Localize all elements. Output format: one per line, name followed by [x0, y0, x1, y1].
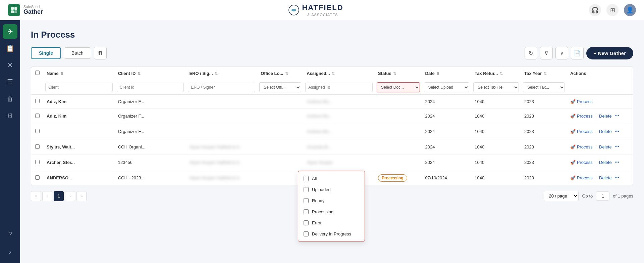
row-office [257, 155, 303, 170]
row-date: 07/10/2024 [422, 170, 472, 186]
dropdown-button[interactable]: ∨ [555, 47, 568, 59]
row-assigned: Andrew Mo... [303, 95, 375, 108]
new-gather-label: + New Gather [594, 50, 626, 56]
sidebar-item-times[interactable]: ✕ [3, 58, 17, 73]
apps-icon-button[interactable]: ⊞ [606, 4, 619, 16]
delete-button[interactable]: 🗑 [94, 47, 107, 59]
row-date: 2024 [422, 155, 472, 170]
filter-tax-year[interactable]: Select Tax... [523, 82, 565, 92]
col-actions: Actions [567, 67, 633, 80]
page-right: 20 / page 50 / page 100 / page Go to of … [544, 191, 633, 201]
more-button[interactable]: ··· [614, 159, 620, 166]
status-option-all[interactable]: All [298, 173, 365, 184]
process-link[interactable]: 🚀 Process [570, 160, 593, 165]
filter-office[interactable]: Select Offi... [259, 82, 301, 92]
status-checkbox-ready[interactable] [304, 198, 309, 203]
page-1-button[interactable]: 1 [54, 191, 64, 201]
document-button[interactable]: 📄 [571, 47, 584, 59]
row-checkbox[interactable] [35, 99, 40, 103]
process-link[interactable]: 🚀 Process [570, 114, 593, 119]
status-option-processing[interactable]: Processing [298, 206, 365, 217]
status-option-ready[interactable]: Ready [298, 195, 365, 206]
row-checkbox[interactable] [35, 129, 40, 133]
status-checkbox-processing[interactable] [304, 209, 309, 214]
more-button[interactable]: ··· [614, 128, 620, 135]
row-checkbox[interactable] [35, 175, 40, 180]
more-button[interactable]: ··· [614, 174, 620, 181]
page-last-button[interactable]: » [76, 191, 87, 201]
user-avatar-button[interactable]: 👤 [624, 4, 636, 16]
row-date: 2024 [422, 108, 472, 124]
filter-date[interactable]: Select Upload [424, 82, 470, 92]
filter-tax-return[interactable]: Select Tax Re [473, 82, 519, 92]
filter-client-id[interactable] [117, 83, 184, 92]
status-checkbox-uploaded[interactable] [304, 187, 309, 192]
status-checkbox-error[interactable] [304, 220, 309, 225]
process-link[interactable]: 🚀 Process [570, 99, 593, 104]
delete-link[interactable]: Delete [599, 160, 612, 165]
status-label-all: All [312, 176, 317, 181]
sidebar-item-list[interactable]: ☰ [3, 75, 17, 89]
row-status [375, 124, 422, 139]
delete-link[interactable]: Delete [599, 114, 612, 119]
refresh-button[interactable]: ↻ [525, 47, 537, 59]
row-checkbox[interactable] [35, 144, 40, 149]
row-actions: 🚀 Process | Delete ··· [570, 128, 630, 135]
row-ero: Alyse Hooper Hatfield & A. [186, 155, 257, 170]
page-prev-button[interactable]: ‹ [42, 191, 52, 201]
row-status [375, 95, 422, 108]
sidebar-item-help[interactable]: ? [3, 227, 17, 242]
more-button[interactable]: ··· [614, 113, 620, 120]
row-client-id: Organizer F... [115, 124, 186, 139]
filter-button[interactable]: ⊽ [540, 47, 553, 59]
headset-icon-button[interactable]: 🎧 [589, 4, 601, 16]
row-name: Adiz, Kim [43, 108, 115, 124]
sidebar-item-settings[interactable]: ⚙ [3, 108, 17, 123]
process-link[interactable]: 🚀 Process [570, 129, 593, 134]
row-client-id: 123456 [115, 155, 186, 170]
status-checkbox-delivery[interactable] [304, 231, 309, 236]
row-client-id: CCH Organi... [115, 139, 186, 155]
row-office [257, 124, 303, 139]
filter-ero[interactable] [188, 83, 255, 92]
logo-icon [8, 4, 20, 16]
delete-link[interactable]: Delete [599, 175, 612, 180]
delete-link[interactable]: Delete [599, 144, 612, 149]
tab-single[interactable]: Single [31, 47, 61, 59]
status-option-delivery[interactable]: Delivery In Progress [298, 228, 365, 239]
page-first-button[interactable]: « [31, 191, 41, 201]
col-office: Office Lo... ⇅ [257, 67, 303, 80]
row-tax-year: 2023 [521, 139, 567, 155]
status-option-uploaded[interactable]: Uploaded [298, 184, 365, 195]
new-gather-button[interactable]: + New Gather [586, 47, 633, 59]
row-checkbox[interactable] [35, 160, 40, 164]
sidebar-item-trash[interactable]: 🗑 [3, 91, 17, 106]
sidebar-item-expand[interactable]: › [3, 244, 17, 259]
status-checkbox-all[interactable] [304, 176, 309, 181]
delete-link[interactable]: Delete [599, 129, 612, 134]
row-tax-return: 1040 [471, 155, 521, 170]
more-button[interactable]: ··· [614, 143, 620, 150]
sidebar-item-send[interactable]: ✈ [3, 24, 17, 39]
filter-status[interactable]: Select Doc... [377, 82, 420, 92]
status-option-error[interactable]: Error [298, 217, 365, 228]
row-date: 2024 [422, 139, 472, 155]
sidebar-item-documents[interactable]: 📋 [3, 41, 17, 56]
filter-assigned[interactable] [305, 83, 373, 92]
row-office [257, 108, 303, 124]
filter-name[interactable] [45, 83, 113, 92]
process-link[interactable]: 🚀 Process [570, 144, 593, 149]
per-page-select[interactable]: 20 / page 50 / page 100 / page [544, 191, 579, 201]
col-tax-return: Tax Retur... ⇅ [471, 67, 521, 80]
select-all-checkbox[interactable] [35, 71, 40, 75]
table-row: Archer, Ster... 123456 Alyse Hooper Hatf… [31, 155, 633, 170]
goto-input[interactable] [596, 191, 609, 201]
page-title: In Process [31, 30, 633, 40]
row-checkbox[interactable] [35, 114, 40, 118]
svg-rect-1 [14, 7, 17, 10]
row-tax-year: 2023 [521, 155, 567, 170]
page-next-button[interactable]: › [65, 191, 75, 201]
process-link[interactable]: 🚀 Process [570, 175, 593, 180]
tab-batch[interactable]: Batch [64, 47, 91, 59]
row-status [375, 108, 422, 124]
